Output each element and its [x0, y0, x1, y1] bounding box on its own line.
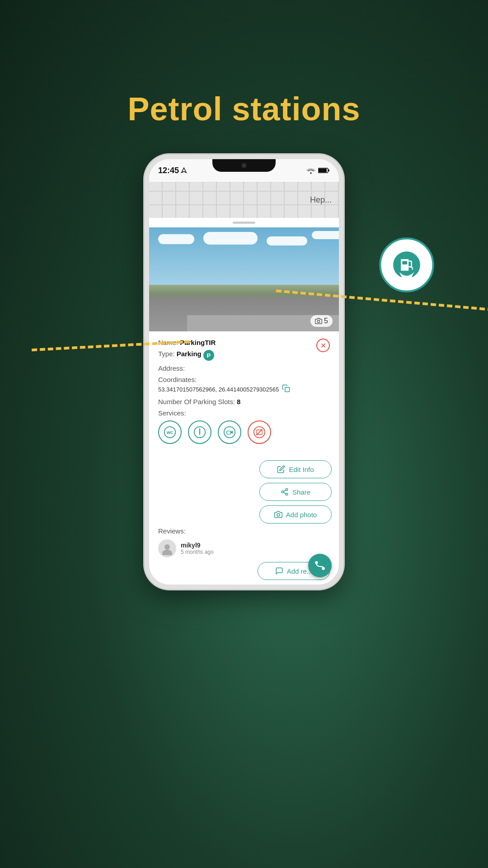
services-section: Services: WC	[158, 409, 330, 444]
svg-point-23	[162, 550, 172, 555]
svg-line-20	[283, 490, 286, 491]
map-pin-icon	[371, 236, 443, 308]
location-icon	[181, 167, 187, 174]
status-bar: 12:45	[149, 159, 339, 182]
review-item: mikyl9 5 months ago	[158, 539, 330, 557]
map-pin-container	[371, 236, 443, 310]
parking-slots-label: Number Of Parking Slots:	[158, 398, 235, 406]
photo-area: 5	[149, 227, 339, 331]
photo-number: 5	[324, 317, 328, 325]
action-buttons: Edit Info Share Add photo	[149, 457, 339, 527]
svg-point-9	[199, 429, 201, 430]
phone-frame: 12:45	[145, 155, 343, 589]
svg-point-3	[317, 320, 319, 322]
photo-count: 5	[310, 315, 333, 327]
type-label: Type:	[158, 350, 175, 358]
svg-rect-2	[319, 169, 327, 172]
type-value: Parking	[177, 350, 202, 358]
address-row: Address:	[158, 364, 330, 372]
review-username: mikyl9	[181, 542, 214, 549]
add-photo-icon	[274, 510, 282, 519]
reviews-label: Reviews:	[158, 527, 330, 535]
map-overlay-text: Нер...	[310, 195, 332, 205]
battery-icon	[318, 167, 330, 174]
service-info-icon	[188, 420, 211, 444]
review-info: mikyl9 5 months ago	[181, 542, 214, 555]
svg-rect-11	[227, 431, 231, 434]
parking-slots-value: 8	[237, 398, 240, 406]
svg-point-24	[315, 561, 317, 563]
status-icons	[306, 167, 330, 174]
wifi-icon	[306, 167, 315, 174]
drag-bar	[233, 222, 255, 224]
svg-rect-4	[285, 387, 289, 392]
copy-icon[interactable]	[282, 384, 290, 394]
services-label: Services:	[158, 409, 330, 417]
reviews-section: Reviews: mikyl9 5 months ago	[149, 527, 339, 585]
coordinates-label-row: Coordinates:	[158, 376, 330, 383]
service-icons-list: WC	[158, 420, 330, 444]
svg-point-22	[164, 544, 170, 550]
fab-route-icon	[314, 560, 326, 571]
edit-info-label: Edit Info	[289, 466, 314, 473]
page-title: Petrol stations	[127, 90, 360, 127]
svg-point-21	[277, 514, 280, 516]
service-camera-icon	[218, 420, 241, 444]
svg-rect-28	[402, 261, 407, 264]
coordinates-row: 53.341701507562966, 26.4414005279302565	[158, 384, 330, 394]
svg-point-10	[224, 427, 235, 438]
cloud-3	[267, 236, 307, 245]
svg-rect-1	[328, 170, 329, 171]
add-review-icon	[275, 567, 283, 575]
share-label: Share	[292, 488, 310, 496]
parking-slots-row: Number Of Parking Slots: 8	[158, 398, 330, 406]
coordinates-value: 53.341701507562966, 26.4414005279302565	[158, 386, 279, 393]
service-wc-icon: WC	[158, 420, 182, 444]
parking-type-badge: P	[203, 350, 214, 361]
share-icon	[281, 488, 289, 496]
cloud-2	[203, 232, 258, 245]
cloud-4	[312, 231, 339, 239]
svg-point-17	[282, 491, 284, 493]
info-card: Name: ParkingTIR ✕ Type: Parking P Addre…	[149, 331, 339, 457]
fab-button[interactable]	[308, 554, 332, 577]
ground	[149, 285, 339, 332]
type-row: Type: Parking P	[158, 350, 330, 361]
review-time: 5 months ago	[181, 549, 214, 555]
edit-info-button[interactable]: Edit Info	[259, 460, 332, 478]
status-time: 12:45	[158, 166, 187, 175]
coordinates-label: Coordinates:	[158, 376, 197, 383]
service-nofood-icon	[248, 420, 271, 444]
add-photo-button[interactable]: Add photo	[259, 505, 332, 524]
cloud-1	[158, 234, 194, 244]
edit-icon	[277, 465, 285, 473]
svg-point-18	[286, 493, 288, 495]
svg-text:WC: WC	[167, 430, 174, 435]
add-photo-label: Add photo	[286, 511, 317, 519]
phone-notch	[212, 159, 276, 172]
notch-camera	[241, 163, 247, 168]
camera-icon	[315, 317, 322, 325]
address-label: Address:	[158, 364, 185, 372]
share-button[interactable]: Share	[259, 483, 332, 501]
review-avatar	[158, 539, 176, 557]
map-area: Нер...	[149, 182, 339, 218]
svg-line-19	[283, 492, 286, 494]
drag-indicator	[149, 218, 339, 227]
svg-line-15	[257, 429, 262, 435]
svg-point-16	[286, 489, 288, 491]
